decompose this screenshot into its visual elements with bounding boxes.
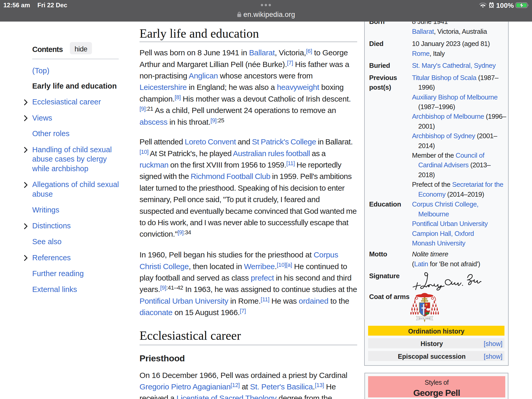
svg-text:NOLITE TIMERE: NOLITE TIMERE [419, 317, 430, 319]
